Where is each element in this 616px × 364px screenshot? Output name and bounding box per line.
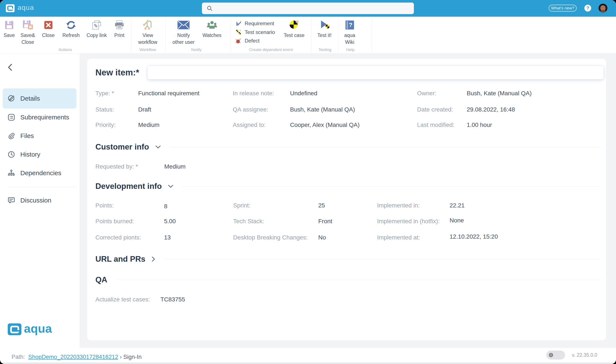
svg-text:?: ? [349, 22, 352, 28]
